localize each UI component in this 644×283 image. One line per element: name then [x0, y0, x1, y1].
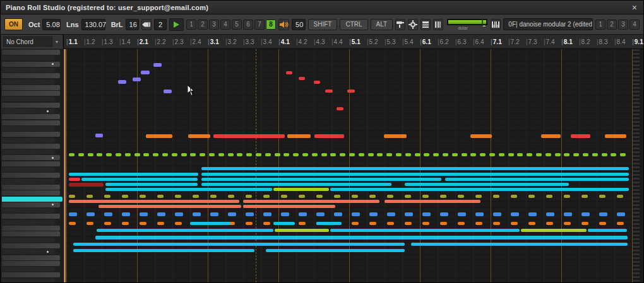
piano-key[interactable]: [2, 179, 55, 184]
mod-slider[interactable]: [447, 19, 487, 25]
note[interactable]: [445, 178, 629, 181]
note[interactable]: [273, 222, 295, 225]
oct-value[interactable]: 5.08: [42, 19, 61, 30]
note[interactable]: [620, 153, 626, 156]
pattern-button-3[interactable]: 3: [618, 20, 628, 30]
note[interactable]: [316, 195, 323, 198]
mod-slider-handle[interactable]: [482, 20, 483, 25]
note[interactable]: [440, 195, 446, 198]
note[interactable]: [263, 195, 270, 198]
note[interactable]: [73, 249, 254, 252]
note[interactable]: [415, 153, 420, 156]
note[interactable]: [281, 212, 289, 216]
piano-key[interactable]: [2, 120, 60, 125]
note[interactable]: [175, 222, 182, 225]
note[interactable]: [499, 153, 504, 156]
note[interactable]: [146, 134, 172, 138]
note[interactable]: [546, 212, 554, 216]
pen-size-value[interactable]: 2: [154, 19, 167, 30]
note[interactable]: [275, 229, 329, 232]
note[interactable]: [200, 153, 205, 156]
note[interactable]: [321, 153, 327, 156]
piano-key[interactable]: [2, 138, 55, 143]
step-button-7[interactable]: 7: [254, 20, 265, 30]
note[interactable]: [86, 212, 95, 216]
note[interactable]: [78, 153, 84, 156]
note[interactable]: [458, 195, 464, 198]
piano-key[interactable]: [2, 267, 55, 272]
note[interactable]: [104, 195, 110, 198]
note[interactable]: [88, 153, 93, 156]
note[interactable]: [581, 222, 588, 225]
pattern-button-2[interactable]: 2: [607, 20, 617, 30]
note[interactable]: [369, 212, 378, 216]
note[interactable]: [334, 212, 342, 216]
note[interactable]: [405, 212, 413, 216]
piano-key[interactable]: [2, 91, 60, 96]
note[interactable]: [493, 212, 501, 216]
note[interactable]: [69, 222, 76, 225]
step-button-8[interactable]: 8: [266, 20, 276, 30]
note[interactable]: [316, 222, 342, 225]
piano-key[interactable]: [2, 108, 55, 113]
note[interactable]: [511, 222, 518, 225]
note[interactable]: [190, 222, 230, 225]
note[interactable]: [546, 222, 553, 225]
volume-value[interactable]: 50: [292, 19, 306, 30]
volume-icon[interactable]: [278, 19, 289, 30]
piano-key[interactable]: [2, 67, 55, 72]
note[interactable]: [581, 195, 588, 198]
note[interactable]: [411, 243, 628, 246]
note[interactable]: [369, 222, 376, 225]
piano-key[interactable]: [2, 149, 55, 154]
piano-key[interactable]: [2, 226, 60, 231]
note[interactable]: [201, 183, 391, 186]
note[interactable]: [368, 153, 374, 156]
step-button-3[interactable]: 3: [209, 20, 219, 30]
note[interactable]: [316, 212, 325, 216]
note[interactable]: [493, 195, 499, 198]
note[interactable]: [299, 195, 305, 198]
note[interactable]: [157, 212, 165, 216]
piano-key[interactable]: [2, 202, 60, 207]
note[interactable]: [210, 212, 218, 216]
note[interactable]: [243, 205, 335, 208]
note[interactable]: [564, 222, 571, 225]
note[interactable]: [385, 200, 480, 203]
note[interactable]: [511, 212, 519, 216]
note[interactable]: [599, 222, 606, 225]
note[interactable]: [104, 222, 111, 225]
note[interactable]: [330, 153, 336, 156]
note[interactable]: [243, 200, 379, 203]
piano-key[interactable]: [2, 173, 60, 178]
note[interactable]: [302, 153, 308, 156]
note[interactable]: [605, 134, 626, 138]
note[interactable]: [95, 134, 103, 137]
note[interactable]: [105, 183, 198, 186]
note-grid[interactable]: [64, 49, 643, 282]
note[interactable]: [528, 195, 535, 198]
note[interactable]: [546, 153, 551, 156]
note[interactable]: [352, 222, 359, 225]
note[interactable]: [617, 222, 624, 225]
piano-key[interactable]: [2, 272, 60, 277]
note[interactable]: [193, 195, 199, 198]
note[interactable]: [134, 153, 140, 156]
note[interactable]: [458, 212, 466, 216]
note[interactable]: [462, 153, 467, 156]
note[interactable]: [201, 173, 629, 176]
note[interactable]: [153, 63, 162, 67]
piano-key[interactable]: [2, 190, 60, 195]
note[interactable]: [141, 71, 150, 74]
note[interactable]: [105, 188, 272, 191]
note[interactable]: [218, 153, 224, 156]
note[interactable]: [201, 178, 441, 181]
note[interactable]: [116, 153, 121, 156]
paint-roller-icon[interactable]: [395, 19, 405, 30]
note[interactable]: [602, 153, 607, 156]
chevron-down-icon[interactable]: ▼: [52, 36, 61, 47]
note[interactable]: [599, 212, 607, 216]
note[interactable]: [325, 90, 333, 93]
note[interactable]: [405, 153, 411, 156]
note[interactable]: [246, 153, 252, 156]
